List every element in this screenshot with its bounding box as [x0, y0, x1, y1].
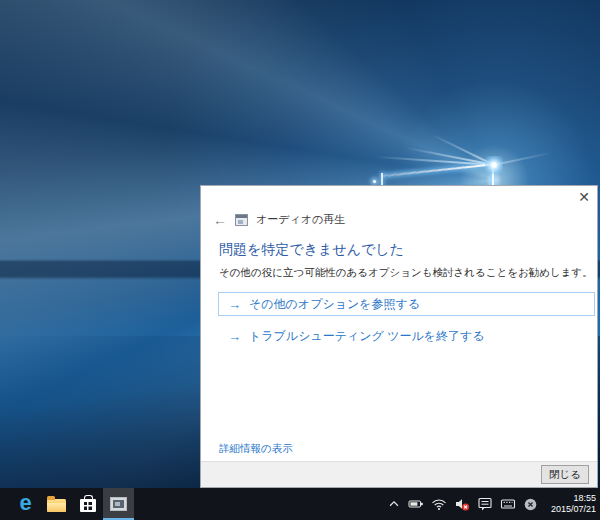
dialog-title: オーディオの再生	[256, 212, 345, 227]
volume-muted-icon[interactable]	[454, 496, 470, 512]
system-tray	[387, 488, 538, 520]
light-ray	[405, 147, 494, 166]
dialog-header: ← オーディオの再生	[213, 212, 345, 227]
close-button[interactable]: 閉じる	[541, 465, 589, 484]
taskbar-apps: e	[10, 488, 134, 520]
dialog-footer: 閉じる	[201, 461, 597, 487]
option-label: その他のオプションを参照する	[249, 296, 420, 313]
battery-icon[interactable]	[408, 496, 424, 512]
taskbar-store-button[interactable]	[72, 488, 103, 520]
troubleshooter-dialog: ✕ ← オーディオの再生 問題を特定できませんでした その他の役に立つ可能性のあ…	[200, 185, 598, 488]
feedback-icon[interactable]	[477, 496, 493, 512]
clock-date: 2015/07/21	[551, 504, 596, 515]
windows-logo-glow-dot	[373, 180, 376, 183]
store-bag-icon	[80, 499, 96, 512]
arrow-icon: →	[228, 330, 241, 343]
taskbar-file-explorer-button[interactable]	[41, 488, 72, 520]
result-heading: 問題を特定できませんでした	[219, 241, 404, 257]
view-details-link[interactable]: 詳細情報の表示	[219, 442, 293, 456]
option-label: トラブルシューティング ツールを終了する	[249, 328, 485, 345]
screen: ✕ ← オーディオの再生 問題を特定できませんでした その他の役に立つ可能性のあ…	[0, 0, 600, 520]
dismiss-circle-icon[interactable]	[523, 497, 538, 512]
windows-logo-top-edge	[383, 164, 493, 177]
windows-logo-corner-glow	[485, 156, 503, 174]
option-explore-additional[interactable]: → その他のオプションを参照する	[218, 292, 595, 316]
troubleshooter-icon	[110, 497, 127, 511]
arrow-icon: →	[228, 298, 241, 311]
option-close-troubleshooter[interactable]: → トラブルシューティング ツールを終了する	[218, 324, 595, 348]
windows-logo-divider	[381, 173, 383, 185]
wifi-icon[interactable]	[431, 496, 447, 512]
troubleshooter-window-icon	[235, 214, 248, 226]
back-arrow-icon[interactable]: ←	[213, 213, 227, 227]
touch-keyboard-icon[interactable]	[500, 496, 516, 512]
clock-time: 18:55	[573, 493, 596, 504]
close-icon[interactable]: ✕	[578, 190, 590, 204]
taskbar-troubleshooter-button-active[interactable]	[103, 488, 134, 520]
show-hidden-icons-chevron[interactable]	[387, 497, 401, 511]
folder-icon	[47, 499, 66, 512]
windows-flag-icon	[84, 502, 92, 510]
edge-icon: e	[19, 492, 31, 514]
taskbar: e	[0, 488, 600, 520]
result-description: その他の役に立つ可能性のあるオプションも検討されることをお勧めします。	[219, 266, 593, 280]
taskbar-edge-button[interactable]: e	[10, 488, 41, 520]
taskbar-clock[interactable]: 18:55 2015/07/21	[551, 488, 596, 520]
